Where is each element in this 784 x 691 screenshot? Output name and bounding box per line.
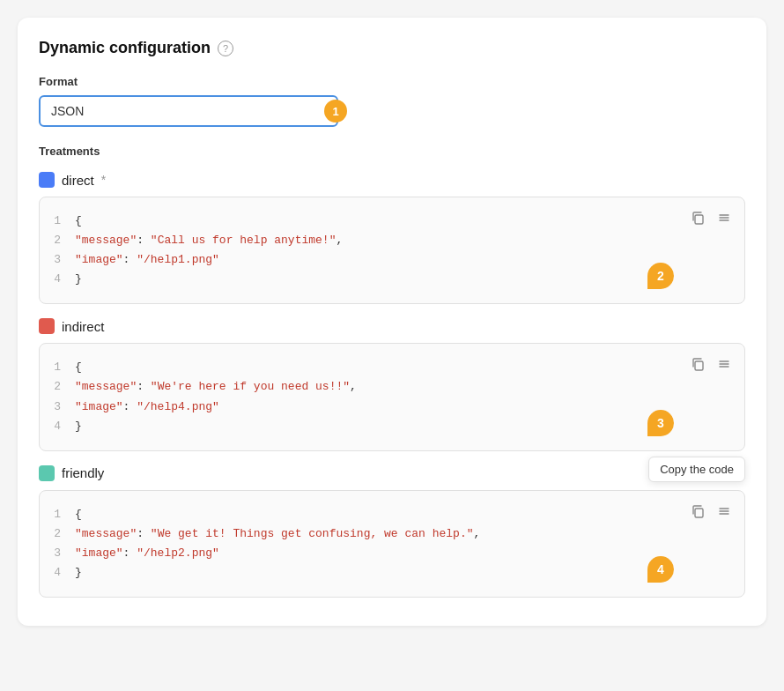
treatment-color-friendly bbox=[39, 465, 55, 481]
code-block-outer-indirect: 1{2 "message": "We're here if you need u… bbox=[39, 343, 745, 450]
code-content-indirect: 1{2 "message": "We're here if you need u… bbox=[50, 358, 692, 435]
treatment-header-direct: direct* bbox=[39, 172, 745, 188]
main-container: Dynamic configuration ? Format JSONYAMLT… bbox=[18, 18, 766, 626]
format-label: Format bbox=[39, 75, 745, 88]
treatments-section: Treatments direct*1{2 "message": "Call u… bbox=[39, 145, 745, 598]
line-text: { bbox=[75, 212, 82, 231]
format-badge: 1 bbox=[324, 100, 347, 123]
code-block-direct: 1{2 "message": "Call us for help anytime… bbox=[39, 197, 745, 304]
copy-icon-indirect[interactable] bbox=[688, 354, 707, 374]
code-block-indirect: 1{2 "message": "We're here if you need u… bbox=[39, 343, 745, 450]
code-block-friendly: 1{2 "message": "We get it! Things get co… bbox=[39, 490, 745, 598]
line-number: 1 bbox=[50, 358, 61, 377]
treatment-header-indirect: indirect bbox=[39, 318, 745, 334]
line-text: "image": "/help2.png" bbox=[75, 544, 219, 563]
code-content-friendly: 1{2 "message": "We get it! Things get co… bbox=[50, 505, 692, 583]
treatment-badge-friendly: 4 bbox=[647, 556, 674, 583]
title-row: Dynamic configuration ? bbox=[39, 39, 745, 57]
copy-icon-direct[interactable] bbox=[688, 208, 707, 227]
line-number: 3 bbox=[50, 398, 61, 417]
code-icons-friendly bbox=[688, 502, 734, 521]
line-text: "message": "We're here if you need us!!"… bbox=[75, 377, 357, 397]
treatment-name-direct: direct bbox=[62, 173, 94, 188]
line-number: 4 bbox=[50, 270, 61, 289]
svg-rect-8 bbox=[695, 509, 703, 517]
line-text: } bbox=[75, 563, 82, 583]
treatment-name-indirect: indirect bbox=[62, 319, 104, 334]
treatments-label: Treatments bbox=[39, 145, 745, 158]
treatment-badge-indirect: 3 bbox=[647, 410, 674, 436]
format-select[interactable]: JSONYAMLTOML bbox=[39, 95, 338, 127]
line-number: 3 bbox=[50, 544, 61, 563]
line-number: 2 bbox=[50, 377, 61, 397]
line-text: { bbox=[75, 358, 82, 377]
line-number: 1 bbox=[50, 212, 61, 231]
code-icons-direct bbox=[688, 208, 734, 227]
list-icon-friendly[interactable] bbox=[714, 502, 734, 521]
treatment-header-friendly: friendly bbox=[39, 465, 745, 481]
line-number: 2 bbox=[50, 231, 61, 250]
list-icon-indirect[interactable] bbox=[714, 354, 734, 374]
line-number: 4 bbox=[50, 417, 61, 436]
line-text: "message": "Call us for help anytime!", bbox=[75, 231, 343, 250]
treatment-name-friendly: friendly bbox=[62, 465, 104, 480]
svg-rect-0 bbox=[695, 215, 703, 224]
page-title: Dynamic configuration bbox=[39, 39, 211, 57]
code-content-direct: 1{2 "message": "Call us for help anytime… bbox=[50, 212, 692, 289]
code-block-outer-direct: 1{2 "message": "Call us for help anytime… bbox=[39, 197, 745, 304]
line-number: 3 bbox=[50, 250, 61, 270]
list-icon-direct[interactable] bbox=[714, 208, 734, 227]
help-icon[interactable]: ? bbox=[218, 41, 233, 56]
treatment-color-indirect bbox=[39, 318, 55, 334]
treatment-asterisk-direct: * bbox=[101, 173, 106, 187]
line-text: } bbox=[75, 270, 82, 289]
line-text: } bbox=[75, 417, 82, 436]
line-number: 4 bbox=[50, 563, 61, 583]
line-text: "image": "/help1.png" bbox=[75, 250, 219, 270]
line-number: 1 bbox=[50, 505, 61, 524]
treatment-color-direct bbox=[39, 172, 55, 188]
line-text: { bbox=[75, 505, 82, 524]
copy-code-tooltip: Copy the code bbox=[648, 457, 745, 482]
svg-rect-4 bbox=[695, 361, 703, 370]
treatments-list: direct*1{2 "message": "Call us for help … bbox=[39, 172, 745, 598]
line-text: "image": "/help4.png" bbox=[75, 398, 219, 417]
line-text: "message": "We get it! Things get confus… bbox=[75, 524, 480, 544]
copy-icon-friendly[interactable] bbox=[688, 502, 707, 521]
code-icons-indirect bbox=[688, 354, 734, 374]
line-number: 2 bbox=[50, 524, 61, 544]
code-block-outer-friendly: Copy the code1{2 "message": "We get it! … bbox=[39, 490, 745, 598]
format-section: Format JSONYAMLTOML 1 bbox=[39, 75, 745, 127]
format-select-wrapper: JSONYAMLTOML 1 bbox=[39, 95, 338, 127]
